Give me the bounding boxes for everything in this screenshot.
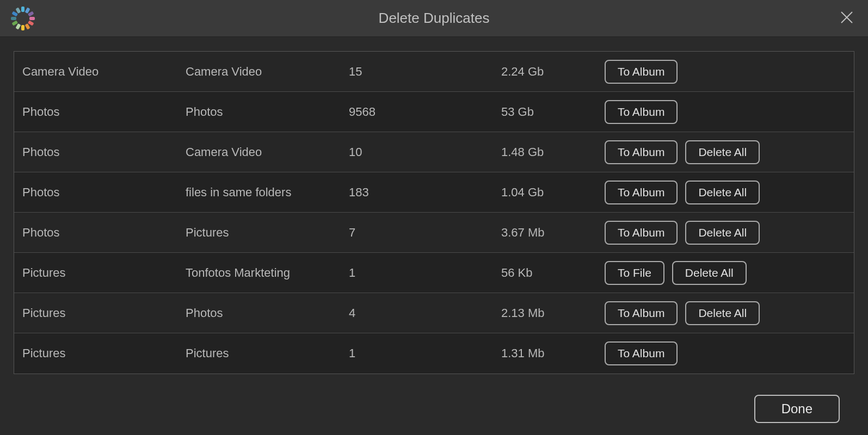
dialog-footer: Done (754, 395, 840, 423)
size-cell: 2.24 Gb (501, 65, 605, 79)
table-row: PhotosPhotos956853 GbTo Album (14, 92, 854, 132)
row-actions: To Album (605, 60, 846, 84)
source-cell: Photos (22, 145, 186, 159)
count-cell: 183 (349, 185, 501, 200)
count-cell: 1 (349, 346, 501, 361)
dialog-title: Delete Duplicates (379, 10, 490, 27)
count-cell: 4 (349, 306, 501, 320)
size-cell: 53 Gb (501, 105, 605, 119)
table-row: Camera VideoCamera Video152.24 GbTo Albu… (14, 52, 854, 92)
target-cell: files in same folders (186, 185, 349, 200)
size-cell: 56 Kb (501, 266, 605, 280)
target-cell: Tonfotos Markteting (186, 266, 349, 280)
dialog-content: Camera VideoCamera Video152.24 GbTo Albu… (0, 37, 868, 374)
dialog-header: Delete Duplicates (0, 0, 868, 37)
count-cell: 7 (349, 226, 501, 240)
row-actions: To Album (605, 341, 846, 365)
target-cell: Camera Video (186, 145, 349, 159)
row-actions: To AlbumDelete All (605, 221, 846, 245)
table-row: PhotosCamera Video101.48 GbTo AlbumDelet… (14, 132, 854, 172)
count-cell: 9568 (349, 105, 501, 119)
svg-rect-10 (11, 11, 18, 16)
delete-all-button[interactable]: Delete All (685, 301, 760, 325)
table-row: PicturesPhotos42.13 MbTo AlbumDelete All (14, 293, 854, 333)
source-cell: Photos (22, 185, 186, 200)
source-cell: Pictures (22, 346, 186, 361)
source-cell: Camera Video (22, 65, 186, 79)
svg-rect-9 (11, 17, 16, 20)
primary-action-button[interactable]: To Album (605, 60, 678, 84)
svg-rect-2 (28, 11, 34, 16)
size-cell: 2.13 Mb (501, 306, 605, 320)
delete-all-button[interactable]: Delete All (685, 181, 760, 204)
table-row: Photosfiles in same folders1831.04 GbTo … (14, 172, 854, 213)
primary-action-button[interactable]: To Album (605, 100, 678, 124)
source-cell: Photos (22, 226, 186, 240)
table-row: PicturesPictures11.31 MbTo Album (14, 333, 854, 374)
svg-rect-7 (15, 23, 21, 30)
source-cell: Photos (22, 105, 186, 119)
primary-action-button[interactable]: To Album (605, 221, 678, 245)
done-button[interactable]: Done (754, 395, 840, 423)
target-cell: Photos (186, 105, 349, 119)
svg-rect-5 (24, 23, 30, 30)
row-actions: To FileDelete All (605, 261, 846, 285)
svg-rect-6 (21, 25, 24, 30)
row-actions: To AlbumDelete All (605, 140, 846, 164)
svg-rect-1 (24, 7, 30, 14)
source-cell: Pictures (22, 266, 186, 280)
source-cell: Pictures (22, 306, 186, 320)
delete-all-button[interactable]: Delete All (685, 140, 760, 164)
row-actions: To Album (605, 100, 846, 124)
primary-action-button[interactable]: To Album (605, 140, 678, 164)
size-cell: 1.04 Gb (501, 185, 605, 200)
primary-action-button[interactable]: To Album (605, 341, 678, 365)
count-cell: 1 (349, 266, 501, 280)
target-cell: Camera Video (186, 65, 349, 79)
primary-action-button[interactable]: To File (605, 261, 664, 285)
primary-action-button[interactable]: To Album (605, 181, 678, 204)
target-cell: Pictures (186, 226, 349, 240)
svg-rect-11 (15, 7, 21, 14)
size-cell: 1.31 Mb (501, 346, 605, 361)
row-actions: To AlbumDelete All (605, 181, 846, 204)
app-logo-icon (10, 5, 36, 34)
primary-action-button[interactable]: To Album (605, 301, 678, 325)
svg-rect-3 (29, 17, 35, 20)
row-actions: To AlbumDelete All (605, 301, 846, 325)
svg-rect-4 (28, 20, 34, 26)
svg-rect-0 (21, 7, 24, 12)
close-button[interactable] (839, 10, 854, 27)
target-cell: Photos (186, 306, 349, 320)
table-row: PicturesTonfotos Markteting156 KbTo File… (14, 253, 854, 293)
delete-all-button[interactable]: Delete All (672, 261, 747, 285)
svg-rect-8 (11, 20, 18, 26)
count-cell: 10 (349, 145, 501, 159)
count-cell: 15 (349, 65, 501, 79)
target-cell: Pictures (186, 346, 349, 361)
size-cell: 3.67 Mb (501, 226, 605, 240)
duplicates-table: Camera VideoCamera Video152.24 GbTo Albu… (14, 51, 854, 374)
size-cell: 1.48 Gb (501, 145, 605, 159)
table-row: PhotosPictures73.67 MbTo AlbumDelete All (14, 213, 854, 253)
delete-all-button[interactable]: Delete All (685, 221, 760, 245)
